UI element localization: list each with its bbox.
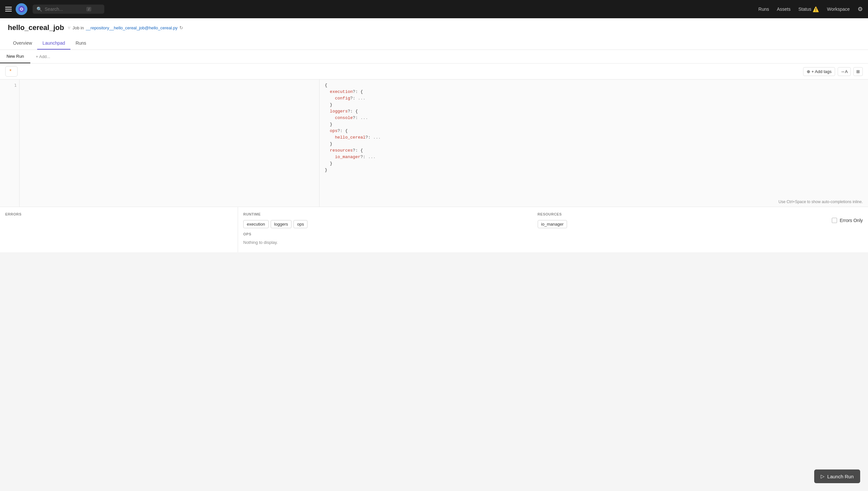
code-config-panel[interactable]: { execution?: { config?: ... } loggers?:… (320, 80, 868, 207)
refresh-icon[interactable]: ↻ (179, 25, 183, 30)
launch-run-label: Launch Run (827, 474, 853, 479)
resources-tags: io_manager (538, 220, 827, 228)
bottom-right-top: Runtime execution loggers ops Resources … (243, 212, 863, 228)
job-badge: ⑂ Job in __repository__hello_cereal_job@… (68, 25, 183, 30)
op-star-icon: * (9, 68, 11, 74)
line-numbers: 1 (0, 80, 20, 207)
code-line-2: config?: ... (325, 95, 863, 102)
resources-title: Resources (538, 212, 827, 216)
runtime-resources-section: Runtime execution loggers ops Resources … (238, 207, 868, 252)
code-editor-split: 1 { execution?: { config?: ... } loggers… (0, 80, 868, 207)
nav-gear-icon[interactable]: ⚙ (858, 5, 863, 13)
code-line-0: { (325, 82, 863, 89)
subtab-new-run[interactable]: New Run (0, 50, 30, 63)
code-line-4: loggers?: { (325, 108, 863, 115)
job-icon: ⑂ (68, 25, 70, 30)
main-content: New Run + Add... * ⊕ + Add tags ↔A ⊞ 1 (0, 50, 868, 491)
line-num-1: 1 (14, 82, 17, 89)
page-title-row: hello_cereal_job ⑂ Job in __repository__… (8, 24, 860, 32)
op-selector[interactable]: * (5, 66, 18, 77)
runtime-tags: execution loggers ops (243, 220, 532, 228)
code-hint: Use Ctrl+Space to show auto-completions … (779, 200, 863, 204)
code-line-3: } (325, 102, 863, 108)
app-logo (16, 3, 27, 15)
errors-section: Errors (0, 207, 238, 252)
page-header: hello_cereal_job ⑂ Job in __repository__… (0, 18, 868, 50)
nav-runs-link[interactable]: Runs (758, 6, 769, 12)
runtime-col: Runtime execution loggers ops (243, 212, 532, 228)
code-line-12: } (325, 161, 863, 167)
code-line-6: } (325, 121, 863, 128)
nav-workspace-link[interactable]: Workspace (827, 6, 850, 12)
subtab-add[interactable]: + Add... (30, 50, 55, 63)
svg-point-2 (21, 8, 22, 10)
nav-links: Runs Assets Status ⚠️ Workspace ⚙ (758, 5, 863, 13)
page-tabs: Overview Launchpad Runs (8, 37, 860, 50)
launch-run-icon: ▷ (821, 473, 824, 479)
errors-title: Errors (5, 212, 232, 216)
split-view-button[interactable]: ⊞ (853, 67, 863, 76)
errors-only-checkbox[interactable] (832, 218, 837, 223)
nav-assets-link[interactable]: Assets (777, 6, 791, 12)
code-line-13: } (325, 167, 863, 173)
editor-container: * ⊕ + Add tags ↔A ⊞ 1 { execut (0, 64, 868, 207)
errors-only-label: Errors Only (840, 218, 863, 223)
resources-col: Resources io_manager (538, 212, 827, 228)
code-line-9: } (325, 141, 863, 147)
navbar: 🔍 / Runs Assets Status ⚠️ Workspace ⚙ (0, 0, 868, 18)
code-line-10: resources?: { (325, 147, 863, 154)
bottom-panel: Errors Runtime execution loggers ops Res… (0, 207, 868, 252)
code-line-1: execution?: { (325, 89, 863, 95)
search-icon: 🔍 (36, 6, 42, 12)
add-tags-button[interactable]: ⊕ + Add tags (803, 67, 835, 76)
tab-runs[interactable]: Runs (70, 37, 92, 50)
status-warning-icon: ⚠️ (813, 6, 819, 12)
search-input[interactable] (45, 6, 84, 12)
ops-title: Ops (243, 232, 863, 236)
code-line-8: hello_cereal?: ... (325, 134, 863, 141)
ops-section: Ops Nothing to display. (243, 232, 863, 245)
code-line-11: io_manager?: ... (325, 154, 863, 161)
runtime-title: Runtime (243, 212, 532, 216)
launch-run-button[interactable]: ▷ Launch Run (814, 469, 860, 483)
job-label: Job in (73, 25, 84, 30)
hamburger-menu[interactable] (5, 7, 12, 11)
nav-status-label: Status (799, 6, 812, 12)
tag-loggers[interactable]: loggers (271, 220, 292, 228)
tab-launchpad[interactable]: Launchpad (37, 37, 70, 50)
nav-status[interactable]: Status ⚠️ (799, 6, 819, 12)
add-tags-label: + Add tags (812, 69, 832, 74)
tag-io-manager[interactable]: io_manager (538, 220, 567, 228)
add-tags-icon: ⊕ (807, 69, 810, 74)
ops-nothing: Nothing to display. (243, 240, 863, 245)
code-editor-main[interactable] (20, 80, 320, 207)
job-repo-link[interactable]: __repository__hello_cereal_job@hello_cer… (86, 25, 177, 30)
errors-only-area: Errors Only (832, 218, 863, 223)
code-line-7: ops?: { (325, 128, 863, 134)
search-shortcut: / (86, 7, 91, 11)
editor-toolbar: * ⊕ + Add tags ↔A ⊞ (0, 64, 868, 80)
subtabs-bar: New Run + Add... (0, 50, 868, 64)
code-line-5: console?: ... (325, 115, 863, 121)
tag-ops[interactable]: ops (293, 220, 308, 228)
page-title: hello_cereal_job (8, 24, 64, 32)
expand-icon-button[interactable]: ↔A (838, 67, 851, 76)
tab-overview[interactable]: Overview (8, 37, 37, 50)
toolbar-right: ⊕ + Add tags ↔A ⊞ (803, 67, 863, 76)
search-bar[interactable]: 🔍 / (33, 5, 104, 14)
tag-execution[interactable]: execution (243, 220, 269, 228)
